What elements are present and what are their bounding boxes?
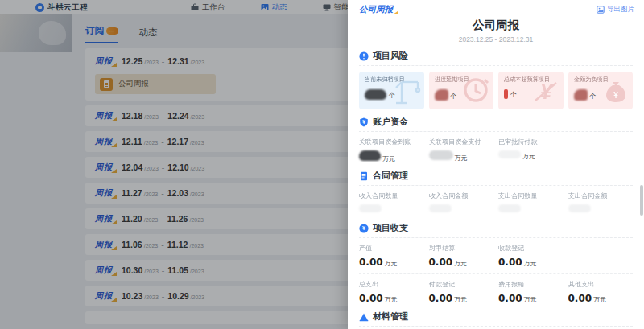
stat-label: 关联项目资金到账 <box>359 138 420 146</box>
risk-card: 当前未归档项目 个 <box>359 72 424 109</box>
report-title: 公司周报 <box>348 18 644 33</box>
section-title: 项目收支 <box>373 222 408 234</box>
risk-card-unit: 个 <box>451 92 457 101</box>
section-title: 合同管理 <box>373 170 408 182</box>
shield-icon: ¥ <box>359 117 369 127</box>
panel-header: 公司周报 导出图片 <box>348 0 644 15</box>
section-project-balance: ¥ 项目收支 产值 0.00 万元 对甲结算 0.00 万元 收款登记 0.00… <box>359 222 633 304</box>
section-account-funds: ¥ 账户资金 关联项目资金到账 万元 关联项目资金支付 万元 已审批待付款 万元 <box>359 116 633 163</box>
export-image-label: 导出图片 <box>607 5 634 14</box>
stat-label: 其他支出 <box>568 280 630 289</box>
stat-label: 收入合同数量 <box>359 191 420 200</box>
panel-body: 项目风险 当前未归档项目 个 进度延期项目 个 总成本超预算项目 个 ¥ 金额为… <box>348 50 644 329</box>
stat-value: 0.00 <box>359 257 383 268</box>
stat-value: 0.00 <box>568 293 592 304</box>
svg-text:¥: ¥ <box>362 119 365 125</box>
stat-label: 已审批待付款 <box>498 138 559 146</box>
risk-card: 金额为负项目 个 ¥ <box>568 72 634 109</box>
stat-label: 产值 <box>359 244 420 253</box>
stat-value: 0.00 <box>429 293 453 304</box>
section-contracts: 合同管理 收入合同数量 收入合同金额 支出合同数量 支出合同金额 <box>359 170 633 216</box>
stat-label: 收入合同金额 <box>429 191 490 200</box>
stat: 收款登记 0.00 万元 <box>498 244 564 268</box>
stat-unit: 万元 <box>522 152 535 161</box>
section-title: 账户资金 <box>373 116 408 128</box>
weekly-report-panel: 公司周报 导出图片 公司周报 2023.12.25 - 2023.12.31 项… <box>348 0 644 329</box>
stat-value: 0.00 <box>429 257 453 268</box>
stat: 总支出 0.00 万元 <box>359 280 424 304</box>
stat-unit: 万元 <box>454 259 467 268</box>
stat: 付款登记 0.00 万元 <box>429 280 494 304</box>
section-project-risk: 项目风险 当前未归档项目 个 进度延期项目 个 总成本超预算项目 个 ¥ 金额为… <box>359 50 633 109</box>
cone-icon <box>359 312 369 322</box>
stat-value: 0.00 <box>498 257 522 268</box>
stat-value: 0.00 <box>359 293 383 304</box>
stat-label: 关联项目资金支付 <box>429 138 490 146</box>
stat-unit: 万元 <box>382 154 395 163</box>
image-icon <box>597 6 605 14</box>
redacted-value <box>568 204 591 212</box>
coin-icon: ¥ <box>359 224 369 233</box>
crane-icon <box>390 75 422 109</box>
redacted-value <box>429 150 453 160</box>
risk-card: 总成本超预算项目 个 ¥ <box>498 72 564 109</box>
section-title: 项目风险 <box>373 50 408 62</box>
stat: 关联项目资金支付 万元 <box>429 138 494 163</box>
svg-text:¥: ¥ <box>362 225 365 231</box>
stat: 费用报销 0.00 万元 <box>498 280 564 304</box>
redacted-value <box>435 89 448 101</box>
redacted-value <box>504 89 508 99</box>
stat-unit: 万元 <box>385 259 398 268</box>
redacted-value <box>359 150 381 161</box>
stat-label: 付款登记 <box>429 280 490 289</box>
stat-label: 支出合同金额 <box>568 191 630 200</box>
redacted-value <box>359 204 382 212</box>
stat-label: 收款登记 <box>498 244 559 253</box>
stat-unit: 万元 <box>593 295 606 304</box>
redacted-value <box>574 89 588 101</box>
panel-header-title: 公司周报 <box>359 4 396 15</box>
stat-unit: 万元 <box>524 259 537 268</box>
stat: 支出合同数量 <box>498 191 564 216</box>
svg-text:¥: ¥ <box>613 91 618 100</box>
app: 斗栱云工程 工作台 动态 智能验收··· 订阅 ··· 动态 周报 12.25/… <box>0 0 644 329</box>
stat-label: 对甲结算 <box>429 244 490 253</box>
stat-unit: 万元 <box>455 154 468 162</box>
panel-scrollbar-thumb[interactable] <box>640 185 643 216</box>
risk-card-unit: 个 <box>590 92 597 101</box>
redacted-value <box>498 204 521 212</box>
stat: 收入合同金额 <box>429 191 494 216</box>
redacted-value <box>429 204 452 212</box>
risk-card: 进度延期项目 个 <box>429 72 494 109</box>
redacted-value <box>498 150 521 158</box>
stat-label: 总支出 <box>359 280 420 289</box>
stat-unit: 万元 <box>524 295 537 304</box>
export-image-button[interactable]: 导出图片 <box>597 5 634 14</box>
section-title: 材料管理 <box>373 310 408 323</box>
stat: 对甲结算 0.00 万元 <box>429 244 494 268</box>
stat-label: 支出合同数量 <box>498 191 559 200</box>
report-date-range: 2023.12.25 - 2023.12.31 <box>348 35 644 43</box>
stat-value: 0.00 <box>498 293 522 304</box>
redacted-value <box>365 89 386 100</box>
stat: 产值 0.00 万元 <box>359 244 424 268</box>
moneybag-icon: ¥ <box>601 76 630 109</box>
stat: 其他支出 0.00 万元 <box>568 280 634 304</box>
warning-icon <box>359 51 369 61</box>
risk-card-unit: 个 <box>510 90 517 99</box>
stat: 收入合同数量 <box>359 191 424 216</box>
stat-unit: 万元 <box>454 295 467 304</box>
stat-label: 费用报销 <box>498 280 559 289</box>
stat: 支出合同金额 <box>568 191 634 216</box>
stat: 已审批待付款 万元 <box>498 138 564 163</box>
stat: 关联项目资金到账 万元 <box>359 138 424 163</box>
stat-unit: 万元 <box>385 295 398 304</box>
clock-icon <box>460 75 491 109</box>
yuan-icon: ¥ <box>530 78 561 109</box>
section-materials: 材料管理 采购订单数量 0 个 采购订单金额 0.00 万元 入库单金额 0.0… <box>359 310 633 329</box>
contract-icon <box>359 171 369 181</box>
